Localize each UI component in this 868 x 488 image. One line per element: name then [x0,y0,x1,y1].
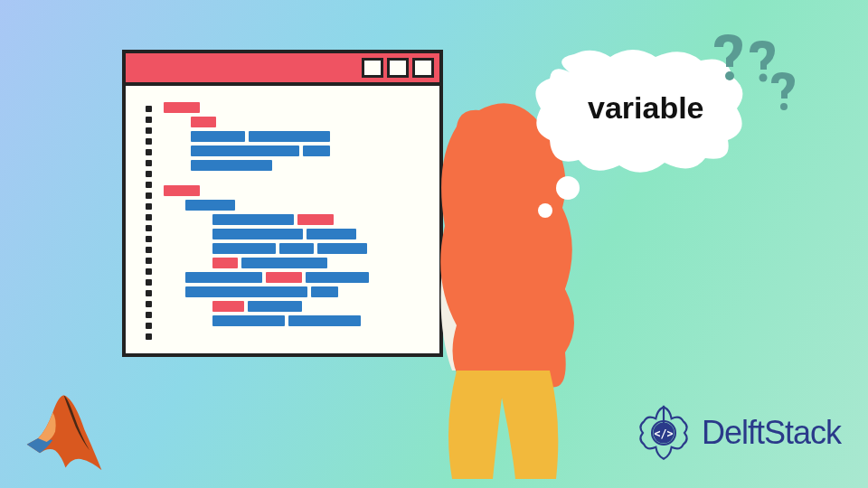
window-button-icon [412,58,434,78]
bubble-puff-icon [556,176,580,200]
window-titlebar [126,53,439,86]
delftstack-logo: </> DelftStack [631,400,841,465]
brand-name: DelftStack [702,414,841,452]
bubble-puff-icon [538,203,552,218]
thought-bubble: variable [506,36,778,226]
question-marks-icon [710,27,800,127]
line-number-dots [146,106,152,340]
bubble-label: variable [588,90,704,126]
svg-point-3 [780,103,788,110]
svg-text:</>: </> [655,427,674,440]
matlab-logo-icon [23,389,108,474]
window-button-icon [387,58,409,78]
svg-point-1 [725,71,734,80]
svg-point-2 [760,74,768,82]
code-lines [164,102,421,330]
window-button-icon [362,58,383,78]
delftstack-mandala-icon: </> [631,400,696,465]
